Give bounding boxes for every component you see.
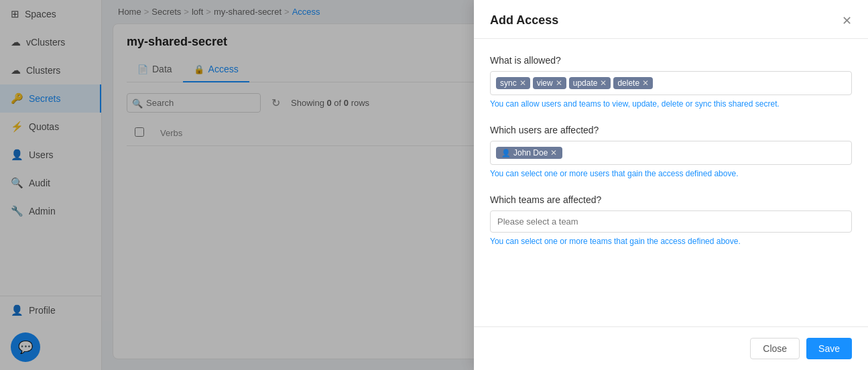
user-tag-john: 👤 John Doe ✕ [496, 147, 562, 159]
tag-view: view ✕ [533, 77, 566, 89]
modal-overlay: Add Access ✕ What is allowed? sync ✕ vie… [0, 0, 868, 370]
teams-label: Which teams are affected? [490, 194, 852, 205]
tag-delete-label: delete [617, 78, 639, 88]
user-tag-close[interactable]: ✕ [550, 148, 557, 158]
tag-sync-close[interactable]: ✕ [519, 78, 526, 88]
tag-view-close[interactable]: ✕ [556, 78, 562, 88]
tag-update: update ✕ [569, 77, 611, 89]
modal-body: What is allowed? sync ✕ view ✕ update ✕ [474, 39, 868, 326]
modal-header: Add Access ✕ [474, 0, 868, 39]
teams-field-group: Which teams are affected? You can select… [490, 194, 852, 246]
tag-update-close[interactable]: ✕ [600, 78, 607, 88]
tag-delete: delete ✕ [613, 77, 653, 89]
modal-title: Add Access [490, 13, 558, 27]
allowed-field-group: What is allowed? sync ✕ view ✕ update ✕ [490, 55, 852, 109]
tag-view-label: view [537, 78, 553, 88]
users-field-group: Which users are affected? 👤 John Doe ✕ Y… [490, 125, 852, 178]
teams-input[interactable] [490, 210, 852, 233]
user-tag-label: John Doe [513, 148, 548, 158]
allowed-label: What is allowed? [490, 55, 852, 66]
modal-footer: Close Save [474, 326, 868, 370]
users-hint: You can select one or more users that ga… [490, 169, 852, 178]
tag-delete-close[interactable]: ✕ [642, 78, 649, 88]
save-button[interactable]: Save [806, 338, 852, 359]
tag-sync: sync ✕ [496, 77, 530, 89]
allowed-hint: You can allow users and teams to view, u… [490, 99, 852, 109]
close-button[interactable]: Close [750, 338, 800, 359]
tag-sync-label: sync [500, 78, 517, 88]
modal-close-button[interactable]: ✕ [842, 15, 852, 27]
user-icon: 👤 [501, 149, 511, 158]
users-label: Which users are affected? [490, 125, 852, 135]
allowed-tags-input[interactable]: sync ✕ view ✕ update ✕ delete ✕ [490, 71, 852, 95]
users-tags-input[interactable]: 👤 John Doe ✕ [490, 141, 852, 165]
teams-hint: You can select one or more teams that ga… [490, 237, 852, 246]
add-access-modal: Add Access ✕ What is allowed? sync ✕ vie… [474, 0, 868, 370]
tag-update-label: update [573, 78, 598, 88]
